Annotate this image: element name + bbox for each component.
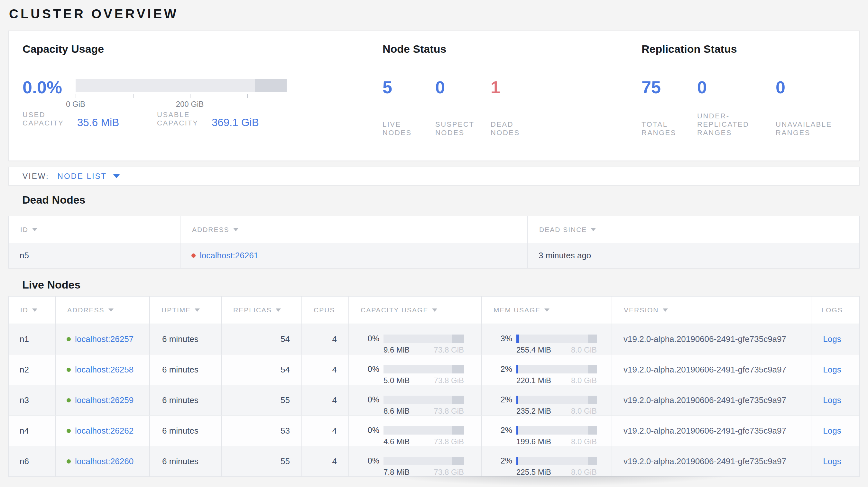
chevron-down-icon[interactable] xyxy=(113,174,120,178)
node-id-cell: n4 xyxy=(9,416,56,446)
node-address-link[interactable]: localhost:26258 xyxy=(75,365,133,375)
column-header-address[interactable]: ADDRESS xyxy=(181,216,528,243)
node-id-cell: n6 xyxy=(9,446,56,476)
version-cell: v19.2.0-alpha.20190606-2491-gfe735c9a97 xyxy=(612,324,811,354)
logs-link[interactable]: Logs xyxy=(823,334,841,344)
live-nodes-stat: 5 LIVE NODES xyxy=(382,78,435,137)
view-bar: VIEW: NODE LIST xyxy=(8,167,860,186)
node-address-link[interactable]: localhost:26262 xyxy=(75,426,133,436)
mem-bar-reserved-segment xyxy=(588,396,597,404)
usable-capacity-stat: USABLE CAPACITY 369.1 GiB xyxy=(157,111,291,127)
sort-arrow-icon xyxy=(544,309,550,312)
version-cell: v19.2.0-alpha.20190606-2491-gfe735c9a97 xyxy=(612,385,811,415)
node-id-cell: n1 xyxy=(9,324,56,354)
logs-link[interactable]: Logs xyxy=(823,395,841,405)
mem-usage-cell: 2% 225.5 MiB 8.0 GiB xyxy=(482,446,612,476)
mem-usage-bar xyxy=(516,426,597,434)
node-address-cell: localhost:26258 xyxy=(56,355,150,385)
capacity-bar-track xyxy=(75,79,287,92)
node-address-link[interactable]: localhost:26257 xyxy=(75,334,133,344)
mem-total-value: 8.0 GiB xyxy=(571,437,597,446)
capacity-usage-cell: 0% 5.0 MiB 73.8 GiB xyxy=(349,355,482,385)
capacity-usage-bar xyxy=(383,365,464,374)
live-status-dot-icon xyxy=(67,368,71,372)
column-header-replicas[interactable]: REPLICAS xyxy=(222,297,302,324)
capacity-total-value: 73.8 GiB xyxy=(434,376,464,385)
mem-usage-bar xyxy=(516,396,597,404)
column-header-dead-since[interactable]: DEAD SINCE xyxy=(528,216,853,243)
node-status-section: Node Status 5 LIVE NODES 0 SUSPECT NODES… xyxy=(382,42,642,161)
capacity-usage-cell: 0% 4.6 MiB 73.8 GiB xyxy=(349,416,482,446)
page-title: CLUSTER OVERVIEW xyxy=(9,6,860,21)
column-header-address[interactable]: ADDRESS xyxy=(56,297,150,324)
capacity-total-value: 73.8 GiB xyxy=(434,346,464,355)
column-header-version[interactable]: VERSION xyxy=(612,297,811,324)
live-nodes-table: ID ADDRESS UPTIME REPLICAS CPUS CAPACITY… xyxy=(8,296,860,477)
mem-used-value: 220.1 MiB xyxy=(516,376,551,385)
mem-bar-fill xyxy=(516,426,518,434)
column-header-uptime[interactable]: UPTIME xyxy=(150,297,222,324)
live-node-row: n6 localhost:26260 6 minutes 55 4 0% 7.8… xyxy=(9,446,859,476)
live-status-dot-icon xyxy=(67,337,71,341)
mem-total-value: 8.0 GiB xyxy=(571,376,597,385)
replicas-cell: 53 xyxy=(222,416,302,446)
mem-bar-fill xyxy=(516,396,518,404)
cpus-cell: 4 xyxy=(302,355,349,385)
suspect-nodes-count: 0 xyxy=(435,78,491,96)
capacity-used-value: 7.8 MiB xyxy=(383,468,409,477)
capacity-percent: 0% xyxy=(359,364,379,374)
axis-tick xyxy=(247,94,248,98)
capacity-usage-bar xyxy=(383,457,464,465)
capacity-usage-section: Capacity Usage 0.0% 0 GiB 200 GiB U xyxy=(23,42,382,161)
dead-nodes-header-row: ID ADDRESS DEAD SINCE xyxy=(9,216,859,243)
column-header-capacity-usage[interactable]: CAPACITY USAGE xyxy=(349,297,482,324)
mem-usage-cell: 2% 199.6 MiB 8.0 GiB xyxy=(482,416,612,446)
capacity-total-value: 73.8 GiB xyxy=(434,468,464,477)
column-header-id[interactable]: ID xyxy=(9,216,181,243)
capacity-percent: 0% xyxy=(359,334,379,343)
column-header-id[interactable]: ID xyxy=(9,297,56,324)
uptime-cell: 6 minutes xyxy=(150,446,222,476)
mem-total-value: 8.0 GiB xyxy=(571,468,597,477)
dead-nodes-heading: Dead Nodes xyxy=(22,193,860,206)
view-selector[interactable]: NODE LIST xyxy=(58,172,107,181)
dead-nodes-count: 1 xyxy=(491,78,561,96)
live-nodes-label: LIVE NODES xyxy=(382,120,421,137)
mem-percent: 2% xyxy=(492,456,512,465)
column-header-mem-usage[interactable]: MEM USAGE xyxy=(482,297,612,324)
uptime-cell: 6 minutes xyxy=(150,324,222,354)
capacity-usage-title: Capacity Usage xyxy=(23,42,382,55)
live-status-dot-icon xyxy=(67,429,71,433)
mem-usage-cell: 3% 255.4 MiB 8.0 GiB xyxy=(482,324,612,354)
node-address-cell: localhost:26259 xyxy=(56,385,150,415)
mem-bar-reserved-segment xyxy=(588,457,597,465)
under-replicated-ranges-count: 0 xyxy=(697,78,776,96)
logs-link[interactable]: Logs xyxy=(823,426,841,436)
node-address-link[interactable]: localhost:26259 xyxy=(75,395,133,405)
mem-total-value: 8.0 GiB xyxy=(571,346,597,355)
mem-usage-bar xyxy=(516,457,597,465)
replicas-cell: 54 xyxy=(222,324,302,354)
suspect-nodes-stat: 0 SUSPECT NODES xyxy=(435,78,491,137)
mem-percent: 3% xyxy=(492,334,512,343)
uptime-cell: 6 minutes xyxy=(150,416,222,446)
capacity-bar-reserved-segment xyxy=(452,334,464,343)
logs-link[interactable]: Logs xyxy=(823,365,841,375)
node-id-cell: n2 xyxy=(9,355,56,385)
logs-cell: Logs xyxy=(811,355,853,385)
dead-nodes-label: DEAD NODES xyxy=(491,120,532,137)
mem-bar-fill xyxy=(516,457,518,465)
mem-usage-bar xyxy=(516,334,597,343)
node-address-link[interactable]: localhost:26260 xyxy=(75,456,133,466)
mem-used-value: 235.2 MiB xyxy=(516,407,551,416)
logs-link[interactable]: Logs xyxy=(823,456,841,466)
live-status-dot-icon xyxy=(67,459,71,463)
mem-used-value: 255.4 MiB xyxy=(516,346,551,355)
sort-arrow-icon xyxy=(233,228,238,231)
mem-usage-cell: 2% 220.1 MiB 8.0 GiB xyxy=(482,355,612,385)
cpus-cell: 4 xyxy=(302,324,349,354)
capacity-used-value: 8.6 MiB xyxy=(383,407,409,416)
node-address-link[interactable]: localhost:26261 xyxy=(200,251,258,261)
node-address-cell: localhost:26257 xyxy=(56,324,150,354)
mem-usage-bar xyxy=(516,365,597,374)
